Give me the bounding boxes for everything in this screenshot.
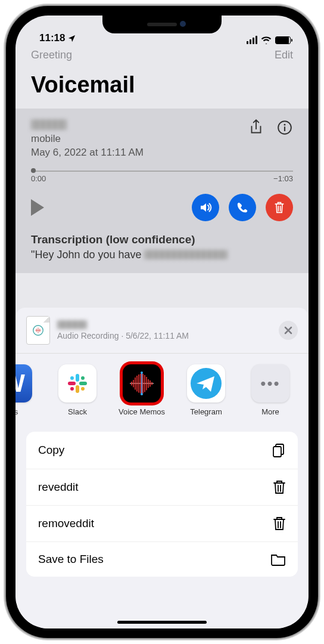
share-app-word[interactable]: W als	[15, 364, 39, 416]
transcription-header: Transcription (low confidence)	[31, 233, 293, 246]
time-elapsed: 0:00	[31, 174, 46, 183]
svg-point-14	[141, 371, 143, 374]
svg-point-1	[284, 124, 286, 126]
svg-point-9	[81, 376, 85, 380]
telegram-app-icon	[187, 364, 225, 402]
voicemail-date: May 6, 2022 at 11:11 AM	[31, 146, 144, 160]
slack-app-icon	[58, 364, 96, 402]
status-right	[247, 36, 291, 44]
nav-greeting[interactable]: Greeting	[31, 49, 72, 61]
action-removeddit[interactable]: removeddit	[26, 505, 298, 541]
action-label: Save to Files	[38, 553, 104, 566]
svg-point-15	[141, 393, 143, 395]
action-label: reveddit	[38, 481, 79, 494]
speaker-button[interactable]	[192, 194, 219, 221]
status-left: 11:18	[39, 32, 76, 44]
action-save-to-files[interactable]: Save to Files	[26, 541, 298, 577]
delete-button[interactable]	[266, 194, 293, 221]
share-app-label: als	[15, 407, 18, 416]
svg-point-11	[70, 387, 74, 391]
share-app-row[interactable]: W als	[15, 354, 309, 423]
svg-rect-4	[76, 374, 79, 382]
more-icon: •••	[251, 364, 289, 402]
file-name-blurred	[57, 320, 87, 329]
svg-point-8	[70, 376, 74, 380]
svg-point-10	[81, 387, 85, 391]
share-app-more[interactable]: ••• More	[244, 364, 297, 416]
notch	[102, 16, 222, 33]
info-button[interactable]	[276, 119, 293, 136]
time-remaining: −1:03	[273, 174, 293, 183]
share-app-slack[interactable]: Slack	[51, 364, 104, 416]
status-time: 11:18	[39, 32, 65, 44]
signal-icon	[247, 36, 257, 44]
voicemail-card: mobile May 6, 2022 at 11:11 AM 0:00 −1:	[15, 109, 309, 273]
share-app-label: More	[261, 407, 279, 416]
action-reveddit[interactable]: reveddit	[26, 469, 298, 505]
screen: 11:18 Greeting Edit Voicemail	[15, 16, 309, 628]
location-icon	[67, 34, 76, 43]
home-indicator[interactable]	[117, 621, 207, 624]
share-sheet-header: Audio Recording · 5/6/22, 11:11 AM	[15, 308, 309, 354]
share-app-label: Telegram	[190, 407, 222, 416]
share-app-voice-memos[interactable]: Voice Memos	[116, 364, 168, 416]
nav-row: Greeting Edit	[15, 45, 309, 65]
share-app-label: Slack	[68, 407, 87, 416]
page-title: Voicemail	[15, 65, 309, 109]
close-button[interactable]	[279, 321, 298, 340]
play-button[interactable]	[31, 199, 44, 216]
file-meta: Audio Recording · 5/6/22, 11:11 AM	[57, 331, 272, 340]
folder-icon	[270, 553, 286, 566]
svg-rect-7	[68, 382, 76, 385]
action-label: removeddit	[38, 517, 94, 530]
call-back-button[interactable]	[229, 194, 256, 221]
svg-rect-5	[79, 382, 87, 385]
svg-rect-18	[273, 447, 281, 457]
transcription-text: "Hey John do you have	[31, 249, 142, 261]
speaker-grille	[147, 23, 177, 26]
action-copy[interactable]: Copy	[26, 432, 298, 469]
share-sheet: Audio Recording · 5/6/22, 11:11 AM W als	[15, 308, 309, 628]
copy-icon	[272, 442, 286, 458]
phone-frame: 11:18 Greeting Edit Voicemail	[6, 6, 318, 638]
slider-thumb[interactable]	[31, 168, 36, 173]
voice-memos-app-icon	[123, 364, 161, 402]
playback-slider[interactable]	[31, 171, 293, 172]
trash-icon	[273, 480, 286, 494]
share-button[interactable]	[248, 119, 264, 136]
caller-name-blurred	[31, 119, 67, 130]
svg-rect-2	[284, 126, 285, 131]
file-thumbnail	[26, 316, 50, 345]
share-actions: Copy reveddit removeddit	[26, 432, 298, 577]
transcription-blurred	[144, 250, 228, 259]
trash-icon	[273, 516, 286, 531]
front-camera	[180, 21, 186, 27]
nav-edit[interactable]: Edit	[275, 49, 293, 61]
svg-rect-6	[76, 385, 79, 393]
word-app-icon: W	[15, 364, 32, 402]
action-label: Copy	[38, 444, 64, 457]
wifi-icon	[261, 36, 272, 44]
share-app-label: Voice Memos	[119, 407, 165, 416]
caller-type: mobile	[31, 132, 144, 146]
share-app-telegram[interactable]: Telegram	[180, 364, 232, 416]
battery-icon	[275, 36, 291, 44]
